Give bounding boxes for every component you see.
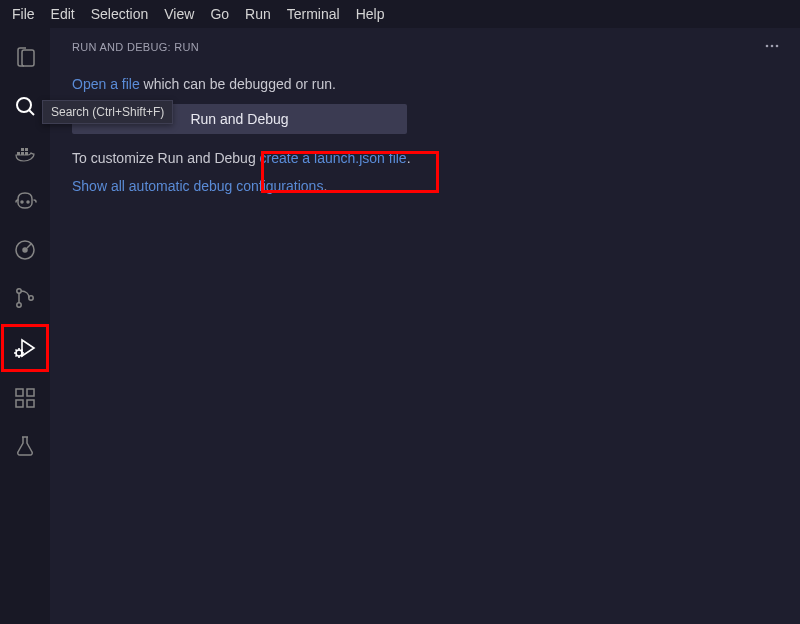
svg-point-7 <box>21 201 23 203</box>
svg-point-11 <box>17 289 21 293</box>
run-debug-icon <box>13 336 37 360</box>
menu-help[interactable]: Help <box>348 2 393 26</box>
svg-point-22 <box>776 45 779 48</box>
menu-view[interactable]: View <box>156 2 202 26</box>
activity-source-control[interactable] <box>1 274 49 322</box>
open-file-line: Open a file which can be debugged or run… <box>72 74 778 94</box>
svg-point-8 <box>27 201 29 203</box>
customize-prefix: To customize Run and Debug <box>72 150 260 166</box>
files-icon <box>13 46 37 70</box>
open-file-link[interactable]: Open a file <box>72 76 140 92</box>
svg-line-1 <box>29 110 34 115</box>
remote-icon <box>13 238 37 262</box>
menu-selection[interactable]: Selection <box>83 2 157 26</box>
svg-point-12 <box>17 303 21 307</box>
menu-go[interactable]: Go <box>202 2 237 26</box>
copilot-icon <box>13 190 37 214</box>
menubar: File Edit Selection View Go Run Terminal… <box>0 0 800 28</box>
testing-icon <box>13 434 37 458</box>
menu-edit[interactable]: Edit <box>43 2 83 26</box>
svg-point-10 <box>23 248 27 252</box>
svg-point-0 <box>17 98 31 112</box>
menu-terminal[interactable]: Terminal <box>279 2 348 26</box>
sidebar-content: Open a file which can be debugged or run… <box>50 66 800 204</box>
activity-copilot[interactable] <box>1 178 49 226</box>
sidebar-header: RUN AND DEBUG: RUN <box>50 28 800 66</box>
create-launch-json-link[interactable]: create a launch.json file <box>260 150 407 166</box>
search-tooltip: Search (Ctrl+Shift+F) <box>42 100 173 124</box>
sidebar-more-actions[interactable] <box>758 38 786 56</box>
activity-extensions[interactable] <box>1 374 49 422</box>
search-icon <box>13 94 37 118</box>
svg-rect-19 <box>27 389 34 396</box>
activity-explorer[interactable] <box>1 34 49 82</box>
svg-point-21 <box>771 45 774 48</box>
menu-file[interactable]: File <box>4 2 43 26</box>
extensions-icon <box>13 386 37 410</box>
svg-rect-18 <box>27 400 34 407</box>
show-all-automatic-link[interactable]: Show all automatic debug configurations <box>72 178 323 194</box>
sidebar-title: RUN AND DEBUG: RUN <box>72 41 199 53</box>
svg-rect-5 <box>21 148 24 151</box>
menu-run[interactable]: Run <box>237 2 279 26</box>
customize-suffix: . <box>407 150 411 166</box>
svg-rect-16 <box>16 389 23 396</box>
activity-run-and-debug[interactable] <box>1 324 49 372</box>
activity-remote-explorer[interactable] <box>1 226 49 274</box>
source-control-icon <box>13 286 37 310</box>
svg-rect-17 <box>16 400 23 407</box>
show-all-line: Show all automatic debug configurations. <box>72 176 778 196</box>
svg-point-20 <box>766 45 769 48</box>
ellipsis-icon <box>764 38 780 54</box>
show-all-suffix: . <box>323 178 327 194</box>
docker-icon <box>13 142 37 166</box>
open-file-rest: which can be debugged or run. <box>140 76 336 92</box>
customize-line: To customize Run and Debug create a laun… <box>72 148 778 168</box>
svg-rect-6 <box>25 148 28 151</box>
activity-testing[interactable] <box>1 422 49 470</box>
activity-docker[interactable] <box>1 130 49 178</box>
